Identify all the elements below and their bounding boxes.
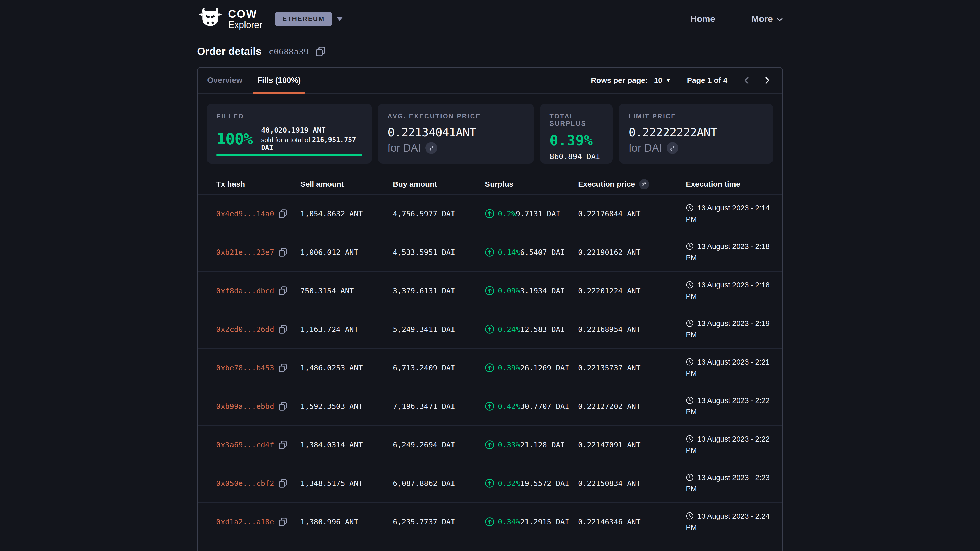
execution-time: 13 August 2023 - 2:21 PM (686, 357, 775, 379)
col-tx-hash: Tx hash (216, 180, 301, 189)
clock-icon (686, 204, 694, 212)
arrow-up-circle-icon (485, 402, 494, 411)
arrow-up-circle-icon (485, 324, 494, 334)
page-title: Order details (197, 45, 262, 57)
sell-amount: 1,486.0253 ANT (301, 364, 393, 372)
network-selector[interactable]: ETHEREUM (275, 12, 343, 26)
tx-hash-link[interactable]: 0xf8da...dbcd (216, 286, 274, 295)
surplus: 0.34% 21.2915 DAI (485, 517, 578, 527)
surplus-percent: 0.14% (498, 248, 520, 257)
surplus-percent: 0.09% (498, 286, 520, 295)
copy-order-id-button[interactable] (316, 46, 325, 57)
copy-icon[interactable] (279, 248, 287, 257)
prev-page-button[interactable] (742, 76, 751, 85)
tx-hash-link[interactable]: 0xd1a2...a18e (216, 518, 274, 526)
top-bar: COW Explorer ETHEREUM Home More (197, 0, 783, 38)
copy-icon[interactable] (279, 363, 287, 372)
tx-hash-link[interactable]: 0x2cd0...26dd (216, 325, 274, 333)
order-fills-panel: Overview Fills (100%) Rows per page: 10 … (197, 67, 783, 551)
table-row: 0xb99a...ebbd 1,592.3503 ANT 7,196.3471 … (197, 387, 783, 425)
next-page-button[interactable] (762, 76, 772, 85)
filled-label: FILLED (216, 113, 362, 120)
surplus-percent: 0.32% (498, 479, 520, 488)
swap-arrows-icon[interactable] (425, 142, 437, 154)
surplus: 0.42% 30.7707 DAI (485, 402, 578, 411)
clock-icon (686, 319, 694, 327)
page-status: Page 1 of 4 (687, 76, 727, 85)
execution-time: 13 August 2023 - 2:18 PM (686, 241, 775, 263)
dropdown-triangle-icon: ▼ (666, 77, 671, 84)
execution-price: 0.22127202 ANT (578, 402, 686, 411)
sell-amount: 1,006.012 ANT (301, 248, 393, 257)
execution-price: 0.22176844 ANT (578, 210, 686, 218)
table-row: 0xbe78...b453 1,486.0253 ANT 6,713.2409 … (197, 348, 783, 387)
network-dropdown-icon[interactable] (336, 17, 343, 21)
network-badge[interactable]: ETHEREUM (275, 12, 332, 26)
tab-overview[interactable]: Overview (207, 68, 242, 93)
nav-more[interactable]: More (751, 14, 783, 24)
copy-icon[interactable] (279, 440, 287, 449)
execution-price: 0.22150834 ANT (578, 479, 686, 488)
copy-icon[interactable] (279, 286, 287, 295)
copy-icon[interactable] (279, 325, 287, 334)
rows-per-page-select[interactable]: 10 ▼ (654, 76, 671, 85)
surplus-amount: 19.5572 DAI (520, 479, 569, 488)
sell-amount: 1,163.724 ANT (301, 325, 393, 333)
table-row: 0x2cd0...26dd 1,163.724 ANT 5,249.3411 D… (197, 310, 783, 348)
table-row (197, 541, 783, 551)
copy-icon[interactable] (279, 517, 287, 527)
execution-price: 0.22146346 ANT (578, 518, 686, 526)
buy-amount: 6,087.8862 DAI (393, 479, 485, 488)
sell-amount: 1,592.3503 ANT (301, 402, 393, 411)
table-row: 0xf8da...dbcd 750.3154 ANT 3,379.6131 DA… (197, 271, 783, 310)
copy-icon[interactable] (279, 209, 287, 218)
tx-hash-link[interactable]: 0x050e...cbf2 (216, 479, 274, 488)
buy-amount: 4,533.5951 DAI (393, 248, 485, 257)
avg-execution-price-value: 0.22134041ANT (388, 125, 524, 139)
sell-amount: 1,348.5175 ANT (301, 479, 393, 488)
filled-sold-prefix: sold for a total of (261, 136, 310, 144)
cow-explorer-logo[interactable]: COW Explorer (197, 8, 262, 30)
limit-price-card: LIMIT PRICE 0.22222222ANT for DAI (619, 104, 773, 164)
chevron-down-icon (776, 14, 783, 24)
cow-head-icon (197, 8, 224, 30)
fills-table: Tx hash Sell amount Buy amount Surplus E… (197, 174, 783, 551)
execution-time: 13 August 2023 - 2:22 PM (686, 433, 775, 456)
execution-price: 0.22135737 ANT (578, 364, 686, 372)
page-title-row: Order details c0688a39 (197, 45, 783, 57)
swap-arrows-icon[interactable] (667, 142, 678, 154)
arrow-up-circle-icon (485, 517, 494, 527)
nav-home[interactable]: Home (690, 14, 715, 24)
arrow-up-circle-icon (485, 363, 494, 372)
col-buy-amount: Buy amount (393, 180, 485, 189)
clock-icon (686, 281, 694, 289)
arrow-up-circle-icon (485, 440, 494, 449)
swap-arrows-icon[interactable] (639, 179, 649, 189)
sell-amount: 750.3154 ANT (301, 286, 393, 295)
tx-hash-link[interactable]: 0xbe78...b453 (216, 364, 274, 372)
copy-icon[interactable] (279, 479, 287, 488)
surplus-percent: 0.33% (498, 441, 520, 449)
limit-price-value: 0.22222222ANT (628, 125, 764, 139)
tx-hash-link[interactable]: 0x4ed9...14a0 (216, 210, 274, 218)
tab-fills[interactable]: Fills (100%) (257, 68, 301, 93)
tx-hash-link[interactable]: 0xb21e...23e7 (216, 248, 274, 257)
tx-hash-link[interactable]: 0xb99a...ebbd (216, 402, 274, 411)
rows-per-page-label: Rows per page: (591, 76, 648, 85)
total-surplus-percent: 0.39% (550, 132, 603, 148)
sell-amount: 1,384.0314 ANT (301, 441, 393, 449)
surplus-amount: 21.2915 DAI (520, 518, 569, 526)
limit-price-unit: for DAI (628, 142, 662, 154)
surplus-amount: 26.1269 DAI (520, 364, 569, 372)
col-execution-price: Execution price (578, 179, 686, 189)
surplus: 0.09% 3.1934 DAI (485, 286, 578, 295)
buy-amount: 6,235.7737 DAI (393, 518, 485, 526)
pagination: Rows per page: 10 ▼ Page 1 of 4 (591, 76, 772, 85)
copy-icon[interactable] (279, 402, 287, 411)
table-header: Tx hash Sell amount Buy amount Surplus E… (197, 174, 783, 194)
execution-time: 13 August 2023 - 2:14 PM (686, 203, 775, 225)
surplus-percent: 0.42% (498, 402, 520, 411)
surplus-amount: 30.7707 DAI (520, 402, 569, 411)
tx-hash-link[interactable]: 0x3a69...cd4f (216, 441, 274, 449)
brand-subtitle: Explorer (228, 21, 262, 30)
